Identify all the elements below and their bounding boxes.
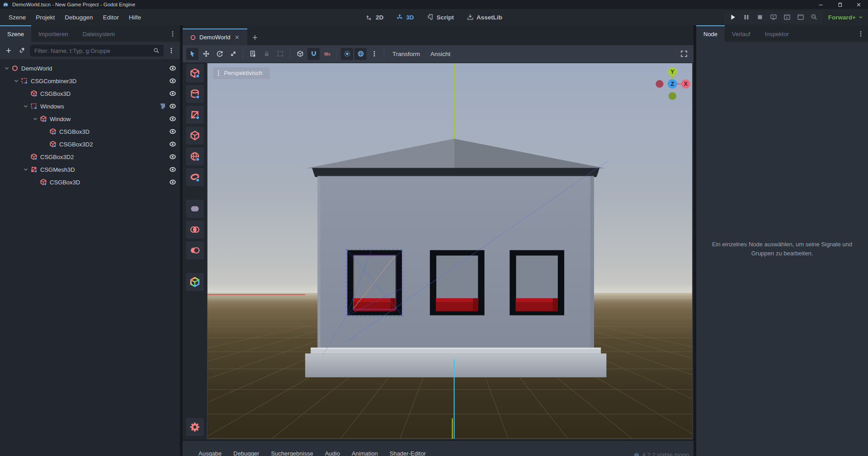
menu-szene[interactable]: Szene	[4, 9, 31, 25]
chevron-down-icon[interactable]	[13, 78, 19, 84]
bottom-tab-ausgabe[interactable]: Ausgabe	[193, 447, 227, 456]
csg-mesh-button[interactable]	[186, 106, 204, 124]
scene-tab-demoworld[interactable]: DemoWorld	[183, 28, 247, 45]
close-window-button[interactable]	[849, 0, 868, 9]
bottom-tab-audio[interactable]: Audio	[319, 447, 346, 456]
movie-maker-button[interactable]	[808, 12, 820, 22]
csg-polygon-button[interactable]	[186, 127, 204, 145]
tab-dateisystem[interactable]: Dateisystem	[75, 25, 123, 42]
visibility-eye-icon[interactable]	[169, 179, 176, 186]
csg-cylinder-button[interactable]	[186, 85, 204, 103]
group-node-button[interactable]	[274, 48, 286, 60]
menu-projekt[interactable]: Projekt	[31, 9, 60, 25]
tree-row-window[interactable]: Window	[0, 113, 180, 125]
tree-row-demoworld[interactable]: DemoWorld	[0, 62, 180, 75]
csg-subtraction-button[interactable]	[186, 241, 204, 259]
gridmap-button[interactable]	[186, 273, 204, 291]
csg-union-button[interactable]	[186, 200, 204, 218]
csg-sphere-button[interactable]	[186, 147, 204, 165]
preview-options-button[interactable]	[368, 48, 380, 60]
menu-debuggen[interactable]: Debuggen	[60, 9, 98, 25]
gizmo-neg-y-ball[interactable]	[669, 92, 676, 100]
csg-intersection-button[interactable]	[186, 221, 204, 239]
workspace-tab-3d[interactable]: 3D	[392, 14, 418, 21]
csg-options-gear-button[interactable]	[186, 418, 204, 436]
script-badge-icon[interactable]	[159, 103, 166, 110]
bottom-tab-animation[interactable]: Animation	[346, 447, 384, 456]
play-button[interactable]	[727, 12, 739, 22]
tree-row-csgcombiner3d[interactable]: CSGCombiner3D	[0, 75, 180, 87]
visibility-eye-icon[interactable]	[169, 166, 176, 173]
tree-row-windows[interactable]: Windows	[0, 100, 180, 113]
dock-options-button[interactable]	[165, 25, 180, 42]
csg-box-button[interactable]	[186, 64, 204, 82]
tab-szene[interactable]: Szene	[0, 25, 31, 42]
minimize-button[interactable]	[811, 0, 830, 9]
tree-row-csgbox3d[interactable]: CSGBox3D	[0, 87, 180, 100]
instance-scene-button[interactable]	[16, 45, 28, 56]
rotate-tool-button[interactable]	[213, 48, 226, 60]
workspace-tab-script[interactable]: Script	[422, 14, 458, 21]
visibility-eye-icon[interactable]	[169, 153, 176, 160]
ansicht-menu[interactable]: Ansicht	[426, 51, 455, 57]
stop-button[interactable]	[754, 12, 766, 22]
visibility-eye-icon[interactable]	[169, 65, 176, 72]
chevron-down-icon[interactable]	[32, 116, 38, 122]
tab-inspektor[interactable]: Inspektor	[758, 25, 796, 42]
csg-torus-button[interactable]	[186, 168, 204, 186]
visibility-eye-icon[interactable]	[169, 77, 176, 85]
add-node-button[interactable]	[3, 45, 14, 56]
scene-filter-input[interactable]	[33, 47, 150, 55]
select-tool-button[interactable]	[186, 48, 198, 60]
move-tool-button[interactable]	[200, 48, 212, 60]
lock-node-button[interactable]	[260, 48, 273, 60]
bottom-tab-shader-editor[interactable]: Shader-Editor	[384, 447, 432, 456]
camera-override-button[interactable]	[321, 48, 333, 60]
preview-environment-button[interactable]	[354, 48, 367, 60]
play-custom-scene-button[interactable]	[795, 12, 807, 22]
tab-node[interactable]: Node	[696, 25, 725, 42]
play-scene-button[interactable]	[781, 12, 793, 22]
gizmo-neg-x-ball[interactable]	[656, 80, 663, 88]
close-scene-icon[interactable]	[234, 34, 240, 40]
workspace-tab-assetlib[interactable]: AssetLib	[462, 14, 507, 21]
menu-hilfe[interactable]: Hilfe	[124, 9, 146, 25]
menu-editor[interactable]: Editor	[98, 9, 124, 25]
scale-tool-button[interactable]	[227, 48, 239, 60]
chevron-down-icon[interactable]	[4, 65, 10, 71]
tree-row-csgbox3d2[interactable]: CSGBox3D2	[0, 150, 180, 163]
preview-sunlight-button[interactable]	[341, 48, 353, 60]
tab-verlauf[interactable]: Verlauf	[725, 25, 757, 42]
bottom-tab-suchergebnisse[interactable]: Suchergebnisse	[265, 447, 319, 456]
list-select-button[interactable]	[247, 48, 259, 60]
local-space-button[interactable]	[294, 48, 306, 60]
renderer-selector[interactable]: Forward+	[828, 14, 863, 21]
3d-viewport[interactable]: Y X Z Perspektivisch	[207, 63, 693, 439]
pause-button[interactable]	[741, 12, 752, 22]
visibility-eye-icon[interactable]	[169, 90, 176, 97]
tree-row-csgmesh3d[interactable]: CSGMesh3D	[0, 163, 180, 176]
remote-debug-button[interactable]	[768, 12, 779, 22]
visibility-eye-icon[interactable]	[169, 103, 176, 110]
chevron-down-icon[interactable]	[23, 166, 29, 173]
new-scene-tab-button[interactable]	[247, 29, 263, 45]
workspace-tab-2d[interactable]: 2D	[361, 14, 388, 21]
tree-row-csgbox3d[interactable]: CSGBox3D	[0, 176, 180, 188]
workspace-switcher: 2D 3D Script AssetLib	[361, 9, 507, 25]
visibility-eye-icon[interactable]	[169, 128, 176, 135]
projection-button[interactable]: Perspektivisch	[213, 67, 270, 79]
renderer-label: Forward+	[828, 14, 856, 21]
visibility-eye-icon[interactable]	[169, 141, 176, 148]
chevron-down-icon[interactable]	[23, 103, 29, 109]
scene-tree-options-button[interactable]	[165, 45, 177, 56]
maximize-button[interactable]	[830, 0, 849, 9]
tree-row-csgbox3d2[interactable]: CSGBox3D2	[0, 138, 180, 150]
snap-toggle-button[interactable]	[307, 48, 320, 60]
tab-importieren[interactable]: Importieren	[31, 25, 75, 42]
expand-viewport-button[interactable]	[678, 48, 690, 60]
visibility-eye-icon[interactable]	[169, 115, 176, 122]
tree-row-csgbox3d[interactable]: CSGBox3D	[0, 125, 180, 138]
transform-menu[interactable]: Transform	[388, 51, 425, 57]
dock-options-button[interactable]	[854, 25, 868, 42]
bottom-tab-debugger[interactable]: Debugger	[227, 447, 265, 456]
